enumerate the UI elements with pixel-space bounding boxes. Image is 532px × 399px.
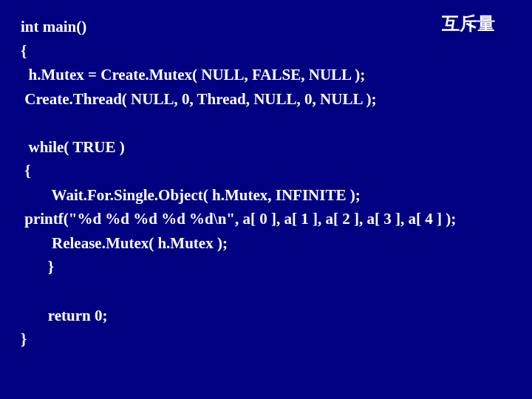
code-line: int main() (21, 18, 86, 35)
code-line: return 0; (21, 307, 107, 324)
slide-title: 互斥量 (442, 12, 495, 35)
code-line: while( TRUE ) (21, 138, 125, 156)
code-line: { (21, 162, 31, 180)
code-line: { (21, 42, 27, 60)
code-line: Create.Thread( NULL, 0, Thread, NULL, 0,… (21, 90, 376, 108)
code-line: } (21, 330, 27, 348)
code-line: Release.Mutex( h.Mutex ); (21, 234, 228, 252)
slide: 互斥量 int main() { h.Mutex = Create.Mutex(… (0, 0, 532, 399)
code-line: printf("%d %d %d %d %d\n", a[ 0 ], a[ 1 … (21, 210, 456, 228)
code-line: } (21, 258, 54, 276)
code-line: h.Mutex = Create.Mutex( NULL, FALSE, NUL… (21, 66, 365, 83)
code-block: int main() { h.Mutex = Create.Mutex( NUL… (21, 15, 523, 352)
code-line: Wait.For.Single.Object( h.Mutex, INFINIT… (21, 186, 361, 204)
